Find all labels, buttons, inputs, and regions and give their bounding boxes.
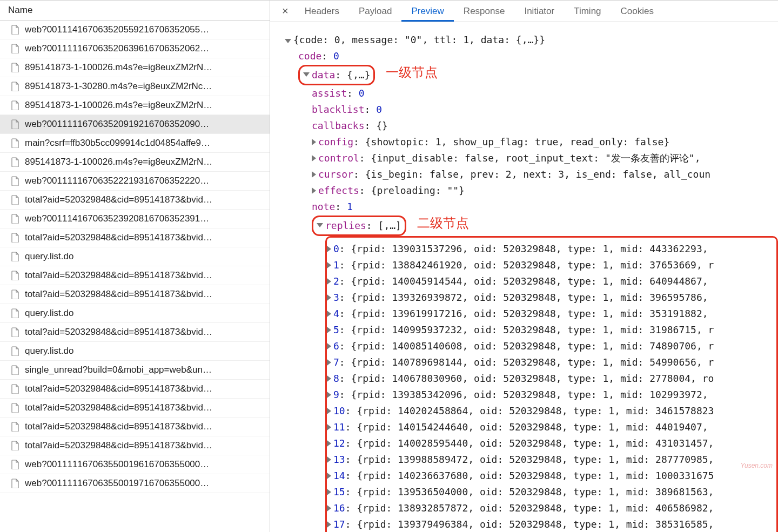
request-name: total?aid=520329848&cid=895141873&bvid…	[25, 194, 212, 205]
expand-toggle-icon[interactable]	[327, 246, 331, 252]
request-row[interactable]: 895141873-1-100026.m4s?e=ig8euxZM2rN…	[0, 58, 270, 77]
request-name: query.list.do	[25, 251, 73, 262]
expand-toggle-icon[interactable]	[327, 456, 331, 463]
request-row[interactable]: 895141873-1-100026.m4s?e=ig8euxZM2rN…	[0, 153, 270, 172]
expand-toggle-icon[interactable]	[312, 171, 316, 178]
request-name: total?aid=520329848&cid=895141873&bvid…	[25, 289, 212, 300]
reply-item[interactable]: 11: {rpid: 140154244640, oid: 520329848,…	[327, 419, 776, 435]
request-row[interactable]: total?aid=520329848&cid=895141873&bvid…	[0, 228, 270, 247]
tab-headers[interactable]: Headers	[295, 1, 349, 22]
json-field-replies[interactable]: replies: [,…]二级节点	[277, 215, 778, 236]
reply-item[interactable]: 7: {rpid: 140789698144, oid: 520329848, …	[327, 354, 776, 371]
file-icon	[11, 365, 19, 375]
reply-item[interactable]: 17: {rpid: 139379496384, oid: 520329848,…	[327, 516, 776, 532]
tab-timing[interactable]: Timing	[564, 1, 611, 22]
request-row[interactable]: web?001111167063550019616706355000…	[0, 455, 270, 474]
request-row[interactable]: total?aid=520329848&cid=895141873&bvid…	[0, 380, 270, 399]
request-row[interactable]: web?001111167063522219316706352220…	[0, 172, 270, 191]
request-row[interactable]: query.list.do	[0, 304, 270, 323]
tab-response[interactable]: Response	[454, 1, 515, 22]
json-field-note[interactable]: note: 1	[277, 199, 778, 215]
request-row[interactable]: 895141873-1-30280.m4s?e=ig8euxZM2rNc…	[0, 77, 270, 96]
reply-item[interactable]: 13: {rpid: 139988589472, oid: 520329848,…	[327, 452, 776, 468]
expand-toggle-icon[interactable]	[327, 311, 331, 317]
reply-item[interactable]: 12: {rpid: 140028595440, oid: 520329848,…	[327, 435, 776, 452]
request-row[interactable]: total?aid=520329848&cid=895141873&bvid…	[0, 285, 270, 304]
reply-item[interactable]: 15: {rpid: 139536504000, oid: 520329848,…	[327, 484, 776, 500]
request-row[interactable]: web?001114167063520559216706352055…	[0, 21, 270, 39]
expand-toggle-icon[interactable]	[312, 139, 316, 145]
tab-preview[interactable]: Preview	[401, 1, 453, 22]
watermark: Yusen.com	[740, 462, 773, 469]
reply-item[interactable]: 1: {rpid: 138842461920, oid: 520329848, …	[327, 257, 776, 273]
reply-item[interactable]: 9: {rpid: 139385342096, oid: 520329848, …	[327, 387, 776, 403]
reply-item[interactable]: 16: {rpid: 138932857872, oid: 520329848,…	[327, 500, 776, 516]
reply-item[interactable]: 2: {rpid: 140045914544, oid: 520329848, …	[327, 273, 776, 289]
expand-toggle-icon[interactable]	[327, 278, 331, 285]
expand-toggle-icon[interactable]	[312, 187, 316, 194]
file-icon	[11, 157, 19, 167]
request-row[interactable]: total?aid=520329848&cid=895141873&bvid…	[0, 323, 270, 342]
request-row[interactable]: total?aid=520329848&cid=895141873&bvid…	[0, 399, 270, 417]
json-field-assist[interactable]: assist: 0	[277, 85, 778, 102]
expand-toggle-icon[interactable]	[327, 262, 331, 268]
json-preview[interactable]: {code: 0, message: "0", ttl: 1, data: {,…	[270, 22, 778, 532]
request-row[interactable]: query.list.do	[0, 342, 270, 361]
expand-toggle-icon[interactable]	[327, 294, 331, 301]
json-field-cursor[interactable]: cursor: {is_begin: false, prev: 2, next:…	[277, 166, 778, 183]
reply-item[interactable]: 14: {rpid: 140236637680, oid: 520329848,…	[327, 468, 776, 484]
reply-item[interactable]: 5: {rpid: 140995937232, oid: 520329848, …	[327, 322, 776, 338]
request-name: single_unread?build=0&mobi_app=web&un…	[25, 365, 212, 375]
request-row[interactable]: single_unread?build=0&mobi_app=web&un…	[0, 361, 270, 380]
expand-toggle-icon[interactable]	[327, 440, 331, 447]
reply-item[interactable]: 10: {rpid: 140202458864, oid: 520329848,…	[327, 403, 776, 419]
expand-toggle-icon[interactable]	[303, 72, 310, 77]
json-field-effects[interactable]: effects: {preloading: ""}	[277, 183, 778, 199]
expand-toggle-icon[interactable]	[327, 359, 331, 366]
expand-toggle-icon[interactable]	[312, 155, 316, 161]
request-row[interactable]: web?001114167063523920816706352391…	[0, 210, 270, 228]
reply-item[interactable]: 0: {rpid: 139031537296, oid: 520329848, …	[327, 241, 776, 257]
json-field-blacklist[interactable]: blacklist: 0	[277, 102, 778, 118]
expand-toggle-icon[interactable]	[327, 392, 331, 398]
request-name: web?001111167063520639616706352062…	[25, 43, 209, 54]
json-field-data[interactable]: data: {,…}一级节点	[277, 64, 778, 85]
expand-toggle-icon[interactable]	[327, 327, 331, 333]
expand-toggle-icon[interactable]	[327, 424, 331, 430]
file-icon	[11, 25, 19, 35]
reply-item[interactable]: 6: {rpid: 140085140608, oid: 520329848, …	[327, 338, 776, 354]
request-row[interactable]: total?aid=520329848&cid=895141873&bvid…	[0, 436, 270, 455]
request-row[interactable]: 895141873-1-100026.m4s?e=ig8euxZM2rN…	[0, 96, 270, 115]
expand-toggle-icon[interactable]	[327, 343, 331, 349]
tab-cookies[interactable]: Cookies	[611, 1, 663, 22]
request-row[interactable]: web?001111167063520639616706352062…	[0, 39, 270, 58]
expand-toggle-icon[interactable]	[327, 375, 331, 382]
expand-toggle-icon[interactable]	[285, 39, 291, 43]
file-icon	[11, 327, 19, 337]
expand-toggle-icon[interactable]	[327, 489, 331, 495]
tab-payload[interactable]: Payload	[349, 1, 401, 22]
json-field-control[interactable]: control: {input_disable: false, root_inp…	[277, 150, 778, 166]
expand-toggle-icon[interactable]	[327, 473, 331, 479]
close-icon[interactable]: ×	[276, 5, 295, 17]
expand-toggle-icon[interactable]	[317, 223, 323, 227]
request-row[interactable]: web?001111167063520919216706352090…	[0, 115, 270, 134]
json-root[interactable]: {code: 0, message: "0", ttl: 1, data: {,…	[277, 32, 778, 48]
request-row[interactable]: total?aid=520329848&cid=895141873&bvid…	[0, 266, 270, 285]
reply-item[interactable]: 8: {rpid: 140678030960, oid: 520329848, …	[327, 371, 776, 387]
request-row[interactable]: main?csrf=ffb30b5cc099914c1d04854affe9…	[0, 134, 270, 153]
tab-initiator[interactable]: Initiator	[514, 1, 564, 22]
json-field-callbacks[interactable]: callbacks: {}	[277, 118, 778, 134]
request-row[interactable]: total?aid=520329848&cid=895141873&bvid…	[0, 191, 270, 210]
expand-toggle-icon[interactable]	[327, 521, 331, 528]
json-field-code[interactable]: code: 0	[277, 48, 778, 64]
expand-toggle-icon[interactable]	[327, 408, 331, 414]
reply-item[interactable]: 4: {rpid: 139619917216, oid: 520329848, …	[327, 306, 776, 322]
expand-toggle-icon[interactable]	[327, 505, 331, 511]
request-row[interactable]: total?aid=520329848&cid=895141873&bvid…	[0, 417, 270, 436]
json-field-config[interactable]: config: {showtopic: 1, show_up_flag: tru…	[277, 134, 778, 150]
request-row[interactable]: query.list.do	[0, 247, 270, 266]
reply-item[interactable]: 3: {rpid: 139326939872, oid: 520329848, …	[327, 289, 776, 306]
name-column-header[interactable]: Name	[0, 1, 270, 21]
request-row[interactable]: web?001111167063550019716706355000…	[0, 474, 270, 493]
